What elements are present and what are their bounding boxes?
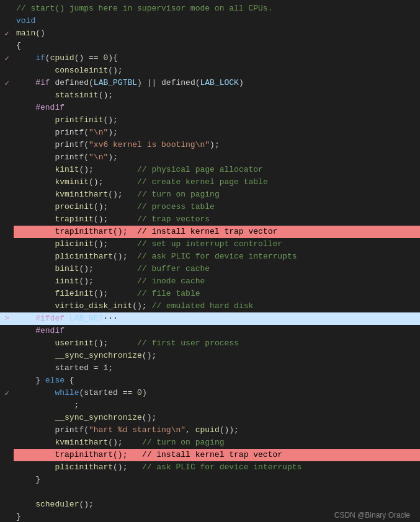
line-gutter <box>0 164 14 176</box>
line-code: #ifdef LAB_NET··· <box>14 312 420 325</box>
line-gutter <box>0 337 14 350</box>
line-code: printfinit(); <box>14 114 420 126</box>
line-code: procinit(); // process table <box>14 201 420 213</box>
watermark: CSDN @Binary Oracle <box>334 511 410 520</box>
line-code: kvminithart(); // turn on paging <box>14 436 420 449</box>
line-gutter <box>0 176 14 188</box>
line-gutter <box>0 325 14 337</box>
code-line: iinit(); // inode cache <box>0 275 420 288</box>
code-line: userinit(); // first user process <box>0 337 420 350</box>
code-line: // start() jumps here in supervisor mode… <box>0 2 420 15</box>
line-gutter <box>0 226 14 238</box>
line-code: __sync_synchronize(); <box>14 412 420 424</box>
line-gutter <box>0 424 14 436</box>
line-gutter: ✓ <box>0 387 14 399</box>
line-code: iinit(); // inode cache <box>14 275 420 288</box>
line-code: binit(); // buffer cache <box>14 263 420 275</box>
line-code: printf("\n"); <box>14 151 420 164</box>
code-line: #endif <box>0 102 420 114</box>
code-line: binit(); // buffer cache <box>0 263 420 275</box>
line-code: plicinithart(); // ask PLIC for device i… <box>14 250 420 263</box>
line-gutter <box>0 300 14 312</box>
code-line <box>0 486 420 498</box>
line-code: { <box>14 40 420 52</box>
code-line: virtio_disk_init(); // emulated hard dis… <box>0 300 420 312</box>
line-gutter <box>0 350 14 362</box>
line-gutter <box>0 213 14 226</box>
line-gutter <box>0 64 14 77</box>
line-gutter <box>0 263 14 275</box>
line-code: if(cpuid() == 0){ <box>14 52 420 64</box>
line-code: printf("hart %d starting\n", cpuid()); <box>14 424 420 436</box>
line-gutter <box>0 188 14 201</box>
line-code: userinit(); // first user process <box>14 337 420 350</box>
code-line: printf("\n"); <box>0 126 420 139</box>
line-gutter <box>0 474 14 486</box>
line-gutter <box>0 238 14 250</box>
code-line: procinit(); // process table <box>0 201 420 213</box>
line-gutter <box>0 362 14 374</box>
line-code: printf("\n"); <box>14 126 420 139</box>
line-code: while(started == 0) <box>14 387 420 399</box>
code-line: trapinithart(); // install kernel trap v… <box>0 449 420 461</box>
code-line: } else { <box>0 374 420 387</box>
line-code: statsinit(); <box>14 89 420 102</box>
code-line: ✓ #if defined(LAB_PGTBL) || defined(LAB_… <box>0 77 420 89</box>
line-code: kinit(); // physical page allocator <box>14 164 420 176</box>
line-gutter <box>0 139 14 151</box>
line-gutter <box>0 151 14 164</box>
code-line: plicinithart(); // ask PLIC for device i… <box>0 461 420 474</box>
code-line: ✓ while(started == 0) <box>0 387 420 399</box>
line-gutter <box>0 275 14 288</box>
line-gutter <box>0 250 14 263</box>
code-line: ✓main() <box>0 27 420 40</box>
code-line: consoleinit(); <box>0 64 420 77</box>
code-line: ; <box>0 399 420 412</box>
code-line: statsinit(); <box>0 89 420 102</box>
line-code: ; <box>14 399 420 412</box>
line-gutter <box>0 89 14 102</box>
line-code: scheduler(); <box>14 498 420 511</box>
line-gutter <box>0 486 14 498</box>
code-line: ✓ if(cpuid() == 0){ <box>0 52 420 64</box>
line-gutter: ✓ <box>0 77 14 89</box>
code-line: plicinithart(); // ask PLIC for device i… <box>0 250 420 263</box>
line-gutter <box>0 2 14 15</box>
line-gutter: ✓ <box>0 27 14 40</box>
line-code: } else { <box>14 374 420 387</box>
code-line: plicinit(); // set up interrupt controll… <box>0 238 420 250</box>
line-code: // start() jumps here in supervisor mode… <box>14 2 420 15</box>
line-gutter <box>0 498 14 511</box>
code-line: kvminithart(); // turn on paging <box>0 188 420 201</box>
line-code: trapinit(); // trap vectors <box>14 213 420 226</box>
code-line: void <box>0 15 420 27</box>
code-line: printf("xv6 kernel is booting\n"); <box>0 139 420 151</box>
code-line: trapinithart(); // install kernel trap v… <box>0 226 420 238</box>
code-line: kvminit(); // create kernel page table <box>0 176 420 188</box>
line-gutter <box>0 412 14 424</box>
code-editor: // start() jumps here in supervisor mode… <box>0 0 420 522</box>
line-code: trapinithart(); // install kernel trap v… <box>14 226 420 238</box>
line-code: trapinithart(); // install kernel trap v… <box>14 449 420 461</box>
line-gutter <box>0 461 14 474</box>
line-code: } <box>14 474 420 486</box>
code-line: > #ifdef LAB_NET··· <box>0 312 420 325</box>
code-line: printfinit(); <box>0 114 420 126</box>
line-code: __sync_synchronize(); <box>14 350 420 362</box>
line-gutter: ✓ <box>0 52 14 64</box>
line-gutter <box>0 15 14 27</box>
code-line: trapinit(); // trap vectors <box>0 213 420 226</box>
line-gutter <box>0 40 14 52</box>
code-line: printf("hart %d starting\n", cpuid()); <box>0 424 420 436</box>
line-gutter <box>0 449 14 461</box>
line-gutter: > <box>0 312 14 325</box>
line-code: plicinit(); // set up interrupt controll… <box>14 238 420 250</box>
line-gutter <box>0 126 14 139</box>
line-code: consoleinit(); <box>14 64 420 77</box>
line-gutter <box>0 102 14 114</box>
line-gutter <box>0 114 14 126</box>
code-line: #endif <box>0 325 420 337</box>
line-code: #if defined(LAB_PGTBL) || defined(LAB_LO… <box>14 77 420 89</box>
code-line: fileinit(); // file table <box>0 288 420 300</box>
line-gutter <box>0 288 14 300</box>
